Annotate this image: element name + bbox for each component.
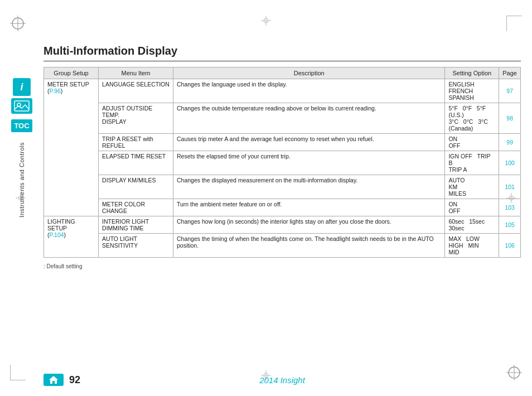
main-content: Multi-Information Display Group Setup Me… — [43, 45, 521, 363]
page-elapsed[interactable]: 100 — [499, 151, 521, 175]
option-trip: ONOFF — [445, 134, 499, 151]
option-interior: 60sec 15sec30sec — [445, 216, 499, 234]
section-label: Instruments and Controls — [18, 142, 25, 218]
col-header-group: Group Setup — [44, 67, 99, 79]
meter-setup-link[interactable]: P.96 — [50, 88, 61, 94]
lighting-setup-link[interactable]: P.104 — [50, 231, 64, 238]
table-row: TRIP A RESET withREFUEL Causes trip mete… — [44, 134, 521, 151]
info-table: Group Setup Menu Item Description Settin… — [43, 67, 521, 258]
option-lang: ENGLISHFRENCHSPANISH — [445, 79, 499, 103]
table-row: METER COLOR CHANGE Turn the ambient mete… — [44, 199, 521, 216]
table-row: LIGHTING SETUP(P.104) INTERIOR LIGHTDIMM… — [44, 216, 521, 234]
desc-km-miles: Changes the displayed measurement on the… — [173, 175, 445, 199]
group-lighting-setup: LIGHTING SETUP(P.104) — [44, 216, 99, 258]
group-meter-setup: METER SETUP(P.96) — [44, 79, 99, 216]
desc-lang: Changes the language used in the display… — [173, 79, 445, 103]
corner-mark-tr — [506, 16, 522, 31]
footer: 92 2014 Insight — [43, 374, 521, 386]
image-icon[interactable] — [11, 98, 32, 114]
page-trip[interactable]: 99 — [499, 134, 521, 151]
footer-page-number: 92 — [69, 374, 80, 386]
home-button[interactable] — [43, 374, 64, 386]
page-interior[interactable]: 105 — [499, 216, 521, 234]
crosshair-top — [261, 16, 271, 26]
menu-lang: LANGUAGE SELECTION — [99, 79, 173, 103]
page-temp[interactable]: 98 — [499, 103, 521, 134]
col-header-setting: Setting Option — [445, 67, 499, 79]
option-auto-light: MAX LOWHIGH MINMID — [445, 234, 499, 258]
table-row: METER SETUP(P.96) LANGUAGE SELECTION Cha… — [44, 79, 521, 103]
table-row: ADJUST OUTSIDE TEMP.DISPLAY Changes the … — [44, 103, 521, 134]
table-row: ELAPSED TIME RESET Resets the elapsed ti… — [44, 151, 521, 175]
menu-temp: ADJUST OUTSIDE TEMP.DISPLAY — [99, 103, 173, 134]
table-row: DISPLAY KM/MILES Changes the displayed m… — [44, 175, 521, 199]
page-lang[interactable]: 97 — [499, 79, 521, 103]
table-row: AUTO LIGHTSENSITIVITY Changes the timing… — [44, 234, 521, 258]
desc-color: Turn the ambient meter feature on or off… — [173, 199, 445, 216]
sidebar: i TOC Instruments and Controls — [0, 0, 43, 396]
col-header-menu: Menu Item — [99, 67, 173, 79]
page-auto-light[interactable]: 106 — [499, 234, 521, 258]
page-km-miles[interactable]: 101 — [499, 175, 521, 199]
menu-km-miles: DISPLAY KM/MILES — [99, 175, 173, 199]
footer-book-title: 2014 Insight — [259, 375, 305, 385]
desc-elapsed: Resets the elapsed time of your current … — [173, 151, 445, 175]
col-header-desc: Description — [173, 67, 445, 79]
option-temp: 5°F 0°F 5°F(U.S.)3°C 0°C 3°C(Canada) — [445, 103, 499, 134]
info-icon[interactable]: i — [13, 78, 31, 96]
menu-elapsed: ELAPSED TIME RESET — [99, 151, 173, 175]
menu-auto-light: AUTO LIGHTSENSITIVITY — [99, 234, 173, 258]
desc-temp: Changes the outside temperature reading … — [173, 103, 445, 134]
toc-button[interactable]: TOC — [11, 119, 32, 132]
option-elapsed: IGN OFF TRIP BTRIP A — [445, 151, 499, 175]
desc-auto-light: Changes the timing of when the headlight… — [173, 234, 445, 258]
svg-rect-22 — [14, 101, 29, 111]
default-note: : Default setting — [43, 263, 521, 269]
menu-trip: TRIP A RESET withREFUEL — [99, 134, 173, 151]
desc-trip: Causes trip meter A and the average fuel… — [173, 134, 445, 151]
option-km-miles: AUTOKMMILES — [445, 175, 499, 199]
page-title: Multi-Information Display — [43, 45, 521, 61]
option-color: ONOFF — [445, 199, 499, 216]
col-header-page: Page — [499, 67, 521, 79]
menu-color: METER COLOR CHANGE — [99, 199, 173, 216]
menu-interior: INTERIOR LIGHTDIMMING TIME — [99, 216, 173, 234]
page-color[interactable]: 103 — [499, 199, 521, 216]
desc-interior: Changes how long (in seconds) the interi… — [173, 216, 445, 234]
